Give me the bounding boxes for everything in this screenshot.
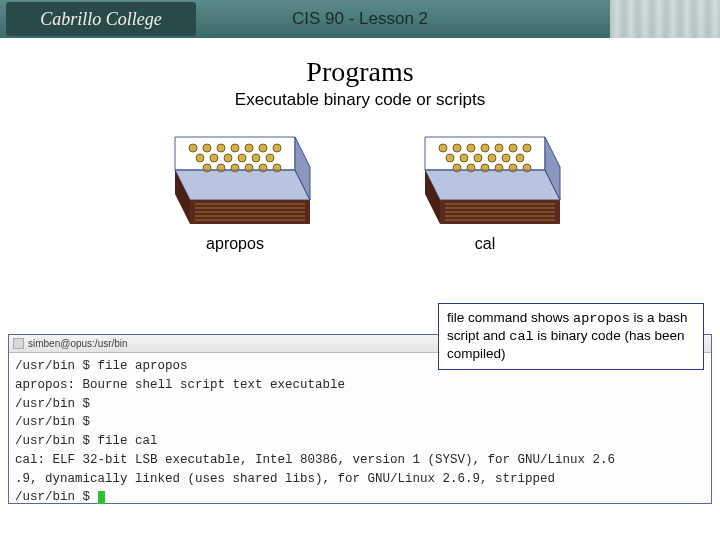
terminal-cursor [98, 491, 105, 504]
treasure-box-icon [405, 132, 565, 227]
svg-point-31 [453, 144, 461, 152]
svg-marker-0 [175, 170, 310, 200]
svg-point-34 [495, 144, 503, 152]
svg-point-37 [446, 154, 454, 162]
terminal-body: /usr/bin $ file apropos apropos: Bourne … [9, 353, 711, 511]
college-logo: Cabrillo College [6, 2, 196, 36]
terminal-line: /usr/bin $ file cal [15, 434, 158, 448]
box-label-cal: cal [475, 235, 495, 253]
svg-point-5 [245, 144, 253, 152]
terminal-line: /usr/bin $ file apropos [15, 359, 188, 373]
terminal-line: .9, dynamically linked (uses shared libs… [15, 472, 555, 486]
svg-point-18 [259, 164, 267, 172]
svg-point-46 [495, 164, 503, 172]
svg-point-7 [273, 144, 281, 152]
svg-point-36 [523, 144, 531, 152]
svg-point-13 [266, 154, 274, 162]
callout-box: file command shows apropos is a bash scr… [438, 303, 704, 370]
svg-point-42 [516, 154, 524, 162]
svg-point-6 [259, 144, 267, 152]
svg-point-48 [523, 164, 531, 172]
svg-point-35 [509, 144, 517, 152]
svg-point-41 [502, 154, 510, 162]
svg-point-32 [467, 144, 475, 152]
box-label-apropos: apropos [206, 235, 264, 253]
page-subtitle: Executable binary code or scripts [0, 90, 720, 110]
svg-point-4 [231, 144, 239, 152]
svg-point-15 [217, 164, 225, 172]
terminal-line: /usr/bin $ [15, 397, 90, 411]
logo-text: Cabrillo College [40, 9, 162, 30]
callout-mono-cal: cal [509, 329, 533, 344]
callout-text-1: file command shows [447, 310, 573, 325]
svg-point-30 [439, 144, 447, 152]
terminal-line: apropos: Bourne shell script text execut… [15, 378, 345, 392]
header-bar: Cabrillo College CIS 90 - Lesson 2 [0, 0, 720, 38]
svg-point-45 [481, 164, 489, 172]
pillars-decoration [610, 0, 720, 38]
svg-point-12 [252, 154, 260, 162]
boxes-row: apropos cal [0, 132, 720, 253]
treasure-box-icon [155, 132, 315, 227]
terminal-title: simben@opus:/usr/bin [28, 338, 128, 349]
svg-point-14 [203, 164, 211, 172]
svg-point-40 [488, 154, 496, 162]
terminal-line: /usr/bin $ [15, 490, 98, 504]
svg-point-33 [481, 144, 489, 152]
svg-marker-29 [425, 170, 560, 200]
terminal-line: /usr/bin $ [15, 415, 90, 429]
svg-point-38 [460, 154, 468, 162]
svg-point-17 [245, 164, 253, 172]
box-col-apropos: apropos [155, 132, 315, 253]
svg-point-11 [238, 154, 246, 162]
box-col-cal: cal [405, 132, 565, 253]
svg-point-19 [273, 164, 281, 172]
page-title: Programs [0, 56, 720, 88]
terminal-line: cal: ELF 32-bit LSB executable, Intel 80… [15, 453, 615, 467]
svg-point-2 [203, 144, 211, 152]
header-title: CIS 90 - Lesson 2 [292, 9, 428, 29]
svg-point-47 [509, 164, 517, 172]
terminal-app-icon [13, 338, 24, 349]
svg-point-39 [474, 154, 482, 162]
svg-point-44 [467, 164, 475, 172]
svg-point-8 [196, 154, 204, 162]
svg-point-43 [453, 164, 461, 172]
svg-point-1 [189, 144, 197, 152]
svg-point-16 [231, 164, 239, 172]
svg-point-10 [224, 154, 232, 162]
svg-point-3 [217, 144, 225, 152]
svg-point-9 [210, 154, 218, 162]
callout-mono-apropos: apropos [573, 311, 630, 326]
